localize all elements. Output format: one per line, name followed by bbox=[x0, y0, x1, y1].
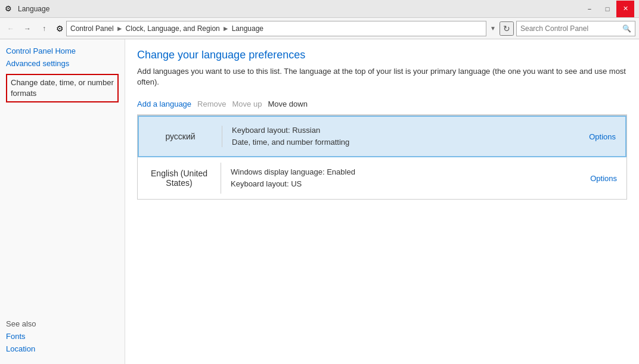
back-button[interactable]: ← bbox=[4, 21, 18, 36]
window-controls: − □ ✕ bbox=[581, 1, 634, 17]
up-button[interactable]: ↑ bbox=[37, 21, 51, 36]
sidebar-location-link[interactable]: Location bbox=[6, 344, 119, 353]
search-input[interactable] bbox=[520, 24, 622, 33]
sidebar-control-panel-home[interactable]: Control Panel Home bbox=[6, 46, 119, 55]
main-layout: Control Panel Home Advanced settings Cha… bbox=[0, 39, 639, 364]
breadcrumb-language: Language bbox=[232, 24, 263, 33]
address-dropdown-button[interactable]: ▼ bbox=[489, 24, 497, 33]
language-list: русский Keyboard layout: Russian Date, t… bbox=[137, 115, 627, 200]
content-title: Change your language preferences bbox=[137, 49, 627, 61]
content-area: Change your language preferences Add lan… bbox=[125, 39, 639, 364]
see-also-title: See also bbox=[6, 319, 119, 328]
window-icon: ⚙ bbox=[5, 4, 14, 14]
language-toolbar: Add a language Remove Move up Move down bbox=[137, 97, 627, 115]
search-box: 🔍 bbox=[516, 21, 635, 36]
add-language-button[interactable]: Add a language bbox=[137, 97, 197, 111]
sidebar-change-date-time[interactable]: Change date, time, or number formats bbox=[6, 74, 119, 102]
maximize-button[interactable]: □ bbox=[598, 1, 616, 17]
english-us-options-link[interactable]: Options bbox=[590, 174, 617, 183]
russian-options-link[interactable]: Options bbox=[589, 132, 616, 141]
see-also-section: See also Fonts Location bbox=[6, 313, 119, 357]
breadcrumb-control-panel[interactable]: Control Panel bbox=[70, 24, 114, 33]
sidebar-advanced-settings[interactable]: Advanced settings bbox=[6, 59, 119, 68]
sidebar: Control Panel Home Advanced settings Cha… bbox=[0, 39, 125, 364]
move-down-button[interactable]: Move down bbox=[268, 97, 313, 111]
refresh-button[interactable]: ↻ bbox=[500, 21, 514, 36]
language-info-english-us: Windows display language: Enabled Keyboa… bbox=[221, 160, 579, 197]
breadcrumb-sep-1: ► bbox=[116, 24, 123, 33]
minimize-button[interactable]: − bbox=[581, 1, 598, 17]
close-button[interactable]: ✕ bbox=[616, 1, 634, 17]
window-title: Language bbox=[18, 5, 49, 13]
language-name-russian: русский bbox=[139, 126, 222, 147]
language-options-russian: Options bbox=[578, 126, 625, 147]
search-icon[interactable]: 🔍 bbox=[622, 24, 631, 33]
language-info-russian: Keyboard layout: Russian Date, time, and… bbox=[222, 119, 578, 155]
address-path: Control Panel ► Clock, Language, and Reg… bbox=[66, 21, 486, 36]
breadcrumb-clock-language[interactable]: Clock, Language, and Region bbox=[126, 24, 220, 33]
move-up-button[interactable]: Move up bbox=[232, 97, 268, 111]
sidebar-fonts-link[interactable]: Fonts bbox=[6, 332, 119, 341]
title-bar: ⚙ Language − □ ✕ bbox=[0, 0, 639, 18]
forward-button[interactable]: → bbox=[20, 21, 35, 36]
address-bar: ← → ↑ ⚙ Control Panel ► Clock, Language,… bbox=[0, 18, 639, 39]
language-item-english-us[interactable]: English (United States) Windows display … bbox=[138, 157, 626, 199]
remove-button[interactable]: Remove bbox=[197, 97, 232, 111]
address-path-icon: ⚙ bbox=[56, 24, 64, 33]
language-options-english-us: Options bbox=[579, 168, 626, 189]
content-description: Add languages you want to use to this li… bbox=[137, 66, 627, 88]
language-item-russian[interactable]: русский Keyboard layout: Russian Date, t… bbox=[138, 116, 626, 157]
language-name-english-us: English (United States) bbox=[138, 163, 221, 194]
breadcrumb-sep-2: ► bbox=[222, 24, 229, 33]
